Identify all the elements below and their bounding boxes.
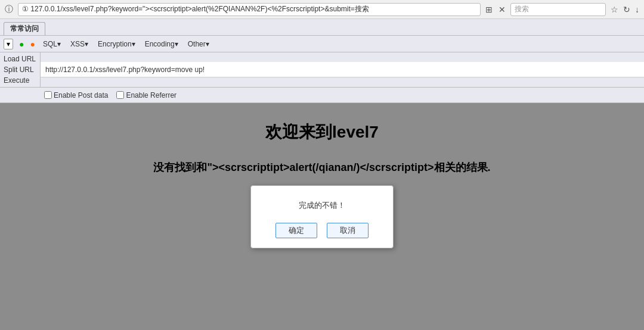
download-icon[interactable]: ↓ [635, 5, 639, 14]
hackbar-checkboxes: Enable Post data Enable Referrer [0, 88, 644, 103]
green-dot-icon: ● [19, 39, 24, 49]
enable-referrer-label[interactable]: Enable Referrer [116, 91, 177, 99]
dialog-box: 完成的不错！ 确定 取消 [250, 185, 394, 248]
main-content: 欢迎来到level7 没有找到和"><scrscriptipt>alert(/q… [0, 103, 644, 330]
split-url-button[interactable]: Split URL [2, 64, 38, 75]
search-bar[interactable]: 搜索 [510, 3, 606, 16]
menu-encryption[interactable]: Encryption▾ [96, 39, 137, 49]
search-placeholder: 搜索 [515, 4, 529, 14]
hackbar-url-input[interactable] [41, 62, 644, 77]
menu-encoding[interactable]: Encoding▾ [143, 39, 180, 49]
address-bar[interactable]: ① 127.0.0.1/xss/level7.php?keyword="><sc… [18, 3, 481, 16]
nav-tab-regular[interactable]: 常常访问 [4, 22, 45, 35]
info-icon: ⓘ [5, 4, 13, 15]
browser-toolbar: ⓘ ① 127.0.0.1/xss/level7.php?keyword="><… [0, 0, 644, 19]
refresh-icon[interactable]: ↻ [623, 5, 630, 14]
dialog-cancel-button[interactable]: 取消 [327, 223, 369, 238]
enable-referrer-text: Enable Referrer [126, 91, 177, 99]
close-icon[interactable]: ✕ [499, 5, 506, 14]
load-url-button[interactable]: Load URL [2, 54, 38, 64]
menu-xss[interactable]: XSS▾ [69, 39, 90, 49]
orange-dot-icon: ● [30, 39, 35, 49]
grid-icon[interactable]: ⊞ [485, 5, 493, 14]
execute-button[interactable]: Execute [2, 75, 38, 86]
dialog-confirm-button[interactable]: 确定 [275, 223, 317, 238]
browser-icon-group: ⊞ ✕ [485, 5, 506, 14]
menu-other[interactable]: Other▾ [186, 39, 211, 49]
enable-referrer-checkbox[interactable] [116, 91, 124, 99]
hackbar-actions: Load URL Split URL Execute [0, 52, 41, 87]
dropdown-arrow: ▾ [7, 40, 10, 48]
hackbar-url-row: Load URL Split URL Execute [0, 52, 644, 88]
menu-sql[interactable]: SQL▾ [41, 39, 63, 49]
enable-post-checkbox[interactable] [44, 91, 52, 99]
nav-tabs-area: 常常访问 [0, 19, 644, 36]
dialog-overlay: 完成的不错！ 确定 取消 [0, 103, 644, 330]
enable-post-label[interactable]: Enable Post data [44, 91, 108, 99]
dialog-message: 完成的不错！ [299, 200, 345, 211]
hackbar-dropdown[interactable]: ▾ [4, 39, 13, 49]
bookmark-icon[interactable]: ☆ [611, 5, 618, 14]
hackbar-menu-row: ▾ ● ● SQL▾ XSS▾ Encryption▾ Encoding▾ Ot… [0, 36, 644, 52]
dialog-buttons: 确定 取消 [275, 223, 369, 238]
enable-post-text: Enable Post data [54, 91, 108, 99]
